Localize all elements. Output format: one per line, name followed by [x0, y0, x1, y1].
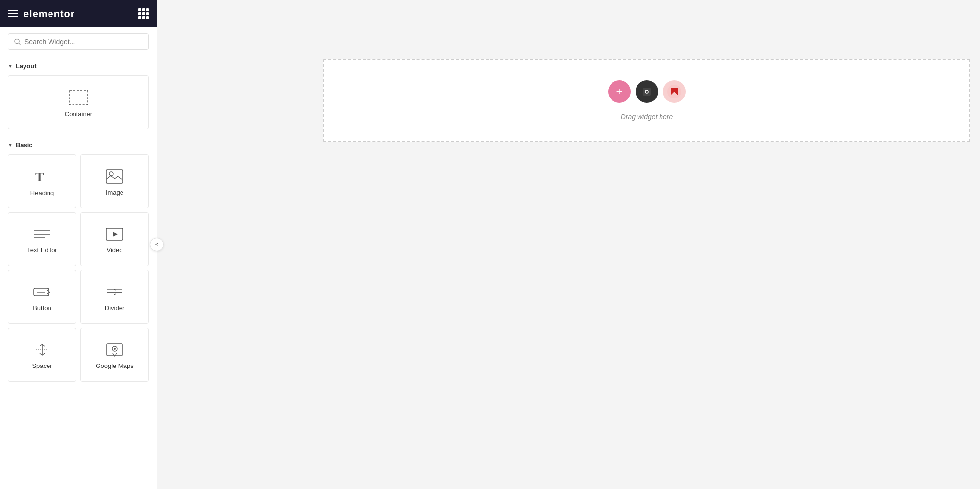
main-canvas: + Drag widget here — [157, 0, 980, 489]
svg-point-5 — [109, 172, 113, 176]
widget-button-label: Button — [33, 304, 51, 312]
basic-section: ▼ Basic T Heading — [0, 135, 157, 388]
layout-title-text: Layout — [16, 62, 37, 70]
widget-google-maps[interactable]: Google Maps — [80, 328, 149, 382]
widget-video[interactable]: Video — [80, 212, 149, 266]
basic-widget-grid: T Heading Image — [8, 154, 149, 388]
widget-spacer[interactable]: Spacer — [8, 328, 76, 382]
search-icon — [14, 38, 21, 45]
sidebar-header: elementor — [0, 0, 157, 27]
collapse-sidebar-button[interactable]: < — [150, 238, 164, 251]
widget-heading[interactable]: T Heading — [8, 154, 76, 208]
search-input-wrapper — [8, 33, 149, 50]
collapse-icon: < — [155, 241, 158, 248]
settings-icon — [642, 87, 652, 97]
widget-divider-label: Divider — [105, 304, 124, 312]
svg-rect-4 — [106, 170, 123, 183]
widget-spacer-label: Spacer — [32, 362, 52, 369]
header-left: elementor — [8, 8, 75, 20]
widget-video-label: Video — [106, 246, 122, 254]
news-button[interactable] — [663, 80, 686, 103]
drop-zone: + Drag widget here — [323, 59, 970, 142]
svg-point-19 — [114, 348, 116, 350]
plus-icon: + — [616, 85, 623, 98]
widget-google-maps-label: Google Maps — [96, 362, 133, 369]
logo-text: elementor — [24, 8, 75, 20]
widget-container[interactable]: Container — [8, 75, 149, 129]
add-section-button[interactable]: + — [608, 80, 631, 103]
svg-rect-2 — [69, 90, 88, 105]
settings-button[interactable] — [636, 80, 658, 103]
basic-chevron: ▼ — [8, 142, 13, 147]
sidebar: elementor ▼ Layout — [0, 0, 157, 489]
spacer-icon — [33, 342, 51, 357]
basic-title-text: Basic — [16, 141, 33, 148]
hamburger-icon[interactable] — [8, 10, 18, 17]
svg-text:T: T — [35, 170, 44, 184]
container-icon — [69, 90, 88, 105]
svg-line-1 — [19, 43, 20, 45]
widget-container-label: Container — [65, 110, 92, 118]
search-input[interactable] — [24, 38, 143, 46]
divider-icon — [106, 285, 123, 299]
heading-icon: T — [33, 169, 51, 184]
drop-zone-buttons: + — [608, 80, 686, 103]
widget-button[interactable]: Button — [8, 270, 76, 324]
svg-rect-20 — [643, 88, 651, 96]
news-icon — [667, 85, 681, 98]
widget-image-label: Image — [106, 189, 123, 196]
text-editor-icon — [33, 227, 51, 242]
layout-section-title[interactable]: ▼ Layout — [8, 62, 149, 70]
grid-icon[interactable] — [138, 8, 149, 19]
widget-heading-label: Heading — [30, 189, 54, 196]
image-icon — [106, 169, 123, 184]
sidebar-wrapper: elementor ▼ Layout — [0, 0, 157, 489]
widget-text-editor[interactable]: Text Editor — [8, 212, 76, 266]
search-container — [0, 27, 157, 56]
widget-text-editor-label: Text Editor — [27, 246, 57, 254]
video-icon — [106, 227, 123, 242]
layout-widget-grid: Container — [8, 75, 149, 135]
button-icon — [33, 285, 51, 299]
widget-image[interactable]: Image — [80, 154, 149, 208]
layout-chevron: ▼ — [8, 63, 13, 69]
basic-section-title[interactable]: ▼ Basic — [8, 141, 149, 148]
layout-section: ▼ Layout Container — [0, 56, 157, 135]
canvas-area: + Drag widget here — [157, 0, 980, 489]
widget-divider[interactable]: Divider — [80, 270, 149, 324]
svg-marker-10 — [113, 232, 118, 237]
drop-zone-text: Drag widget here — [621, 113, 673, 121]
google-maps-icon — [106, 342, 123, 357]
